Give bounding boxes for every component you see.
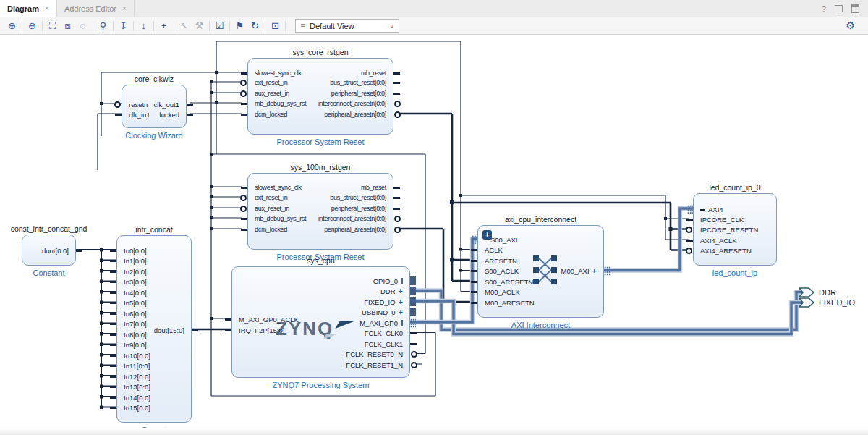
collapse-hierarchy-icon[interactable]: ↧ <box>116 18 131 33</box>
port-dcm-locked[interactable]: dcm_locked <box>248 110 287 119</box>
zoom-out-icon[interactable]: ⊖ <box>25 18 40 33</box>
port-in10[interactable]: In10[0:0] <box>117 351 150 360</box>
help-icon[interactable]: ? <box>822 4 826 13</box>
port-irq-f2p[interactable]: IRQ_F2P[15:0] <box>232 326 284 335</box>
port-m00-aclk[interactable]: M00_ACLK <box>478 287 520 297</box>
port-in12[interactable]: In12[0:0] <box>117 372 150 381</box>
external-port-fixed-io[interactable]: FIXED_IO <box>799 297 855 308</box>
port-clk-out1[interactable]: clk_out1 <box>154 100 186 109</box>
port-in1[interactable]: In1[0:0] <box>117 256 147 266</box>
port-peripheral-reset[interactable]: peripheral_reset[0:0] <box>331 204 393 214</box>
port-m-axi-gp0-aclk[interactable]: M_AXI_GP0_ACLK <box>232 315 299 324</box>
port-aux-reset-in[interactable]: aux_reset_in <box>248 89 289 98</box>
horizontal-scrollbar[interactable] <box>0 428 868 435</box>
port-mb-reset[interactable]: mb_reset <box>361 69 393 78</box>
external-port-ddr[interactable]: DDR <box>799 287 836 297</box>
port-fclk-clk0[interactable]: FCLK_CLK0 <box>365 329 409 338</box>
pin-icon[interactable]: ⚑ <box>232 18 247 33</box>
port-fclk-reset1-n[interactable]: FCLK_RESET1_N <box>346 360 409 370</box>
port-slowest-sync-clk[interactable]: slowest_sync_clk <box>248 69 302 78</box>
validate-design-icon[interactable]: ☑ <box>212 18 227 33</box>
port-m-axi-gp0[interactable]: M_AXI_GP0 <box>359 318 409 328</box>
tab-diagram[interactable]: Diagram × <box>0 0 57 17</box>
port-bus-struct-reset[interactable]: bus_struct_reset[0:0] <box>330 193 393 203</box>
port-in0[interactable]: In0[0:0] <box>117 246 147 255</box>
port-aux-reset-in[interactable]: aux_reset_in <box>248 204 289 214</box>
port-in8[interactable]: In8[0:0] <box>117 330 147 339</box>
port-in9[interactable]: In9[0:0] <box>117 340 147 350</box>
port-axi4-aresetn[interactable]: AXI4_ARESETN <box>694 246 752 255</box>
port-axi4[interactable]: AXI4 <box>694 205 723 214</box>
port-locked[interactable]: locked <box>160 110 186 119</box>
port-in15[interactable]: In15[0:0] <box>117 403 150 413</box>
block-core-clkwiz[interactable]: core_clkwiz resetn clk_in1 clk_out1 lock… <box>122 85 187 128</box>
block-sys-core-rstgen[interactable]: sys_core_rstgen slowest_sync_clk ext_res… <box>247 58 393 135</box>
float-window-icon[interactable] <box>835 5 843 12</box>
expand-interface-icon[interactable]: + <box>399 297 403 306</box>
port-ext-reset-in[interactable]: ext_reset_in <box>248 78 287 88</box>
block-const-intr-concat-gnd[interactable]: const_intr_concat_gnd dout[0:0] Constant <box>22 235 76 266</box>
port-fclk-clk1[interactable]: FCLK_CLK1 <box>365 339 409 349</box>
port-gpio-0[interactable]: GPIO_0 <box>373 276 409 286</box>
port-in14[interactable]: In14[0:0] <box>117 393 150 402</box>
port-in13[interactable]: In13[0:0] <box>117 382 150 392</box>
port-peripheral-aresetn[interactable]: peripheral_aresetn[0:0] <box>324 110 393 119</box>
add-ip-icon[interactable]: + <box>156 18 171 33</box>
port-slowest-sync-clk[interactable]: slowest_sync_clk <box>248 183 302 193</box>
block-axi-cpu-interconnect[interactable]: axi_cpu_interconnect + S00_AXI ACLK ARES… <box>477 225 604 318</box>
expand-interface-icon[interactable]: + <box>399 308 403 316</box>
port-aclk[interactable]: ACLK <box>478 245 503 255</box>
port-in2[interactable]: In2[0:0] <box>117 267 147 276</box>
autofit-selection-icon[interactable]: ◌ <box>75 18 90 33</box>
port-ext-reset-in[interactable]: ext_reset_in <box>248 193 287 203</box>
close-icon[interactable]: × <box>122 4 127 12</box>
port-mb-debug-sys-rst[interactable]: mb_debug_sys_rst <box>248 214 306 224</box>
port-in11[interactable]: In11[0:0] <box>117 361 150 371</box>
port-fclk-reset0-n[interactable]: FCLK_RESET0_N <box>346 350 409 359</box>
port-mb-debug-sys-rst[interactable]: mb_debug_sys_rst <box>248 99 306 109</box>
view-selector[interactable]: ≡ Default View ∨ <box>295 19 399 33</box>
port-s00-axi[interactable]: S00_AXI <box>478 235 518 245</box>
port-bus-struct-reset[interactable]: bus_struct_reset[0:0] <box>330 78 393 88</box>
expand-interface-icon[interactable]: + <box>399 287 403 295</box>
port-m00-aresetn[interactable]: M00_ARESETN <box>478 298 535 308</box>
port-dout[interactable]: dout[15:0] <box>154 326 191 335</box>
zoom-fit-icon[interactable]: ⛶ <box>45 18 60 33</box>
port-fixed-io[interactable]: FIXED_IO+ <box>364 297 409 307</box>
search-icon[interactable]: ⚲ <box>95 18 111 33</box>
port-interconnect-aresetn[interactable]: interconnect_aresetn[0:0] <box>318 99 393 109</box>
port-m00-axi[interactable]: M00_AXI+ <box>561 266 603 276</box>
block-led-count-ip-0[interactable]: led_count_ip_0 AXI4 IPCORE_CLK IPCORE_RE… <box>693 193 777 266</box>
port-peripheral-aresetn[interactable]: peripheral_aresetn[0:0] <box>324 225 393 235</box>
port-mb-reset[interactable]: mb_reset <box>361 183 393 193</box>
port-in3[interactable]: In3[0:0] <box>117 277 147 287</box>
block-intr-concat[interactable]: intr_concat In0[0:0] In1[0:0] In2[0:0] I… <box>116 235 192 423</box>
maximize-icon[interactable] <box>851 4 859 13</box>
regenerate-layout-icon[interactable]: ↻ <box>247 18 263 33</box>
port-ipcore-clk[interactable]: IPCORE_CLK <box>694 215 744 224</box>
port-resetn[interactable]: resetn <box>122 100 148 109</box>
block-sys-cpu[interactable]: sys_cpu ZYNQ M_AXI_GP0_ACLK IRQ_F2P[15:0… <box>231 266 410 378</box>
port-dout[interactable]: dout[0:0] <box>42 246 75 255</box>
interface-connections-icon[interactable]: ⊡ <box>268 18 283 33</box>
port-aresetn[interactable]: ARESETN <box>478 256 517 266</box>
port-s00-aclk[interactable]: S00_ACLK <box>478 266 519 276</box>
port-peripheral-reset[interactable]: peripheral_reset[0:0] <box>331 89 393 98</box>
port-ipcore-resetn[interactable]: IPCORE_RESETN <box>694 225 758 235</box>
zoom-in-icon[interactable]: ⊕ <box>4 18 20 33</box>
expand-interface-icon[interactable]: + <box>592 266 597 275</box>
block-sys-100m-rstgen[interactable]: sys_100m_rstgen slowest_sync_clk ext_res… <box>247 173 393 250</box>
port-ddr[interactable]: DDR+ <box>380 287 409 296</box>
port-in6[interactable]: In6[0:0] <box>117 309 147 318</box>
port-axi4-aclk[interactable]: AXI4_ACLK <box>694 236 737 245</box>
port-in4[interactable]: In4[0:0] <box>117 288 147 297</box>
port-s00-aresetn[interactable]: S00_ARESETN <box>478 277 533 287</box>
zoom-to-selection-icon[interactable]: ⧈ <box>60 18 75 33</box>
port-clk-in1[interactable]: clk_in1 <box>122 110 150 119</box>
port-in7[interactable]: In7[0:0] <box>117 319 147 329</box>
close-icon[interactable]: × <box>45 4 49 12</box>
tab-address-editor[interactable]: Address Editor × <box>57 0 135 17</box>
expand-hierarchy-icon[interactable]: ↕ <box>136 18 151 33</box>
port-in5[interactable]: In5[0:0] <box>117 298 147 308</box>
port-usbind-0[interactable]: USBIND_0+ <box>362 308 409 317</box>
